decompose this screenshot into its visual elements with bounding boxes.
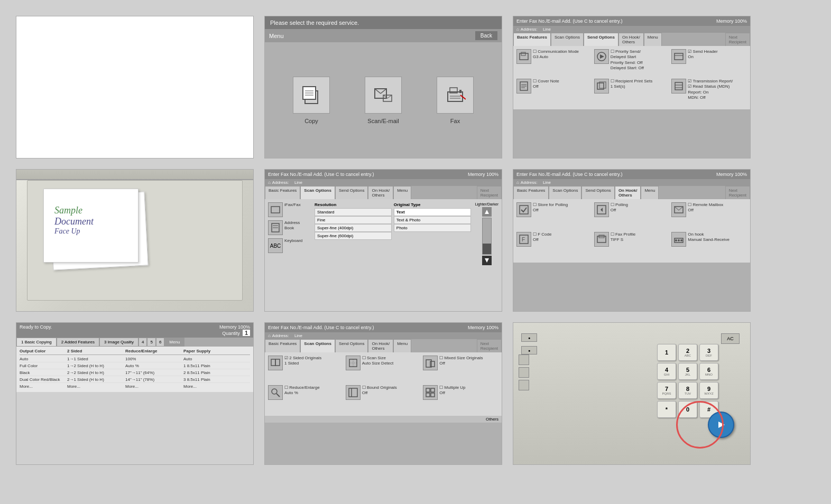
key-1[interactable]: 1 [657,344,676,361]
key-9[interactable]: 9WXYZ [699,382,718,399]
on-hook-tab-on-hook[interactable]: On Hook/Others [615,186,641,199]
service-fax[interactable]: Fax [437,77,474,124]
store-polling-option[interactable]: ☐ Store for PollingOff [516,202,592,230]
ifax-option[interactable]: iFax/Fax [268,202,310,217]
sc-tab-on-hook[interactable]: On Hook/Others [368,339,393,352]
tab-menu[interactable]: Menu [644,33,662,46]
fax-option-cover-note[interactable]: ☐ Cover NoteOff [516,79,592,106]
fax-profile-option[interactable]: ☐ Fax ProfileTIFF S [594,232,670,259]
resolution-superfine-600[interactable]: Super-fine (600dpi) [315,232,392,240]
fax-option-transmission[interactable]: ☑ Transmission Report/☑ Read Status (MDN… [671,79,747,106]
copy-tab-6[interactable]: 6 [156,338,164,347]
address-bar: ⌂ Address: Line [513,26,750,33]
ac-button[interactable]: AC [721,333,740,344]
copy-tab-4[interactable]: 4 [138,338,147,347]
copy-tab-menu[interactable]: Menu [164,338,184,347]
multiple-up-option[interactable]: ☐ Multiple UpOff [423,385,498,413]
scan-size-option[interactable]: ☐ Scan SizeAuto Size Detect [346,356,421,383]
on-hook-tab-send[interactable]: Send Options [581,186,614,199]
sample-text: Sample [54,205,82,216]
darker-down-button[interactable] [482,256,492,265]
scan-tab-send[interactable]: Send Options [335,186,368,199]
lighter-up-button[interactable] [482,207,492,217]
on-hook-manual-option[interactable]: On hookManual Sand-Receive [671,232,747,259]
key-star[interactable]: * [657,401,676,418]
store-polling-icon [516,202,531,217]
table-row[interactable]: Full Color 1→2 Sided (H to H) Auto % 1 8… [20,363,250,369]
darker-slider[interactable] [482,218,492,255]
svg-point-47 [675,239,677,241]
copy-tab-image[interactable]: 3 Image Quality [99,338,138,347]
key-8[interactable]: 8TUV [678,382,697,399]
sc-tab-menu[interactable]: Menu [393,339,411,352]
copy-tab-basic[interactable]: 1 Basic Copying [16,338,57,347]
remote-mailbox-option[interactable]: ☐ Remote MailboxOff [671,202,747,230]
sc-tab-next[interactable]: NextRecipient [477,339,502,352]
more-1[interactable]: More... [67,383,125,390]
table-row[interactable]: Dual Color Red/Black 2→1 Sided (H to H) … [20,377,250,383]
back-button[interactable]: Back [475,31,497,40]
address-book-option[interactable]: Address Book [268,220,310,235]
fax-option-send-header[interactable]: ☑ Send HeaderOn [671,49,747,77]
service-copy[interactable]: Copy [293,77,330,124]
bound-originals-option[interactable]: ☐ Bound OriginalsOff [346,385,421,413]
key-3[interactable]: 3DEF [699,344,718,361]
left-btn-1[interactable] [519,354,529,365]
sc-tab-scan[interactable]: Scan Options [300,339,335,352]
more-3[interactable]: More... [183,383,242,390]
fax-option-comm-mode[interactable]: ☐ Communication ModeG3 Auto [516,49,592,77]
original-text[interactable]: Text [394,208,471,216]
svg-rect-28 [675,82,682,90]
key-7[interactable]: 7PQRS [657,382,676,399]
sc-tab-basic[interactable]: Basic Features [265,339,300,352]
scan-tab-menu[interactable]: Menu [393,186,411,199]
row0-col2: 100% [125,357,183,361]
tab-basic-features[interactable]: Basic Features [513,33,551,46]
two-sided-originals[interactable]: ☑ 2 Sided Originals1 Sided [268,356,344,383]
service-scan-email[interactable]: Scan/E-mail [365,77,402,124]
left-btn-3[interactable] [519,380,529,390]
svg-rect-37 [520,206,528,214]
tab-send-options[interactable]: Send Options [584,33,618,46]
fax-option-priority[interactable]: ☐ Priority Send/Delayed StartPriority Se… [594,49,670,77]
more-0[interactable]: More... [20,383,67,390]
copy-tab-added[interactable]: 2 Added Features [57,338,99,347]
tab-on-hook[interactable]: On Hook/Others [618,33,644,46]
on-hook-tab-basic[interactable]: Basic Features [513,186,549,199]
resolution-fine[interactable]: Fine [315,216,392,224]
table-row[interactable]: Black 2→2 Sided (H to H) 17"→11" (64%) 2… [20,370,250,376]
svg-rect-17 [521,52,525,55]
on-hook-header: Enter Fax No./E-mail Add. (Use C to canc… [513,170,750,179]
panel-ready-to-copy: Ready to Copy. Memory 100% Quantity 1 1 … [16,322,254,465]
polling-option[interactable]: ☐ PollingOff [594,202,670,230]
on-hook-tab-next[interactable]: NextRecipient [725,186,750,199]
reduce-enlarge-option[interactable]: ☐ Reduce/EnlargeAuto % [268,385,344,413]
mixed-size-originals[interactable]: ☐ Mixed Size OriginalsOff [423,356,498,383]
f-code-option[interactable]: F ☐ F CodeOff [516,232,592,259]
original-text-photo[interactable]: Text & Photo [394,216,471,224]
key-5[interactable]: 5JKL [678,363,697,380]
scan-tab-next[interactable]: NextRecipient [477,186,502,199]
key-6[interactable]: 6MNO [699,363,718,380]
sc-tab-send[interactable]: Send Options [335,339,368,352]
scan-tab-on-hook[interactable]: On Hook/Others [368,186,393,199]
resolution-standard[interactable]: Standard [315,208,392,216]
fax-header-text: Enter Fax No./E-mail Add. (Use C to canc… [516,18,622,24]
on-hook-tab-menu[interactable]: Menu [641,186,659,199]
resolution-superfine-400[interactable]: Super-fine (400dpi) [315,224,392,232]
on-hook-tab-scan[interactable]: Scan Options [549,186,581,199]
scan-tab-scan-options[interactable]: Scan Options [300,186,335,199]
more-2[interactable]: More... [125,383,183,390]
scan-tab-basic[interactable]: Basic Features [265,186,300,199]
key-2[interactable]: 2ABC [678,344,697,361]
original-photo[interactable]: Photo [394,224,471,232]
tab-next-recipient[interactable]: NextRecipient [725,33,750,46]
keyboard-option[interactable]: ABC Keyboard [268,238,310,253]
tab-scan-options[interactable]: Scan Options [551,33,584,46]
key-4[interactable]: 4GHI [657,363,676,380]
table-row[interactable]: Auto 1→1 Sided 100% Auto [20,356,250,362]
copy-tab-5[interactable]: 5 [147,338,155,347]
fax-option-recipient-sets[interactable]: ☐ Recipient Print Sets1 Set(s) [594,79,670,106]
left-btn-2[interactable] [519,367,529,378]
scan-tabs: Basic Features Scan Options Send Options… [265,186,502,199]
